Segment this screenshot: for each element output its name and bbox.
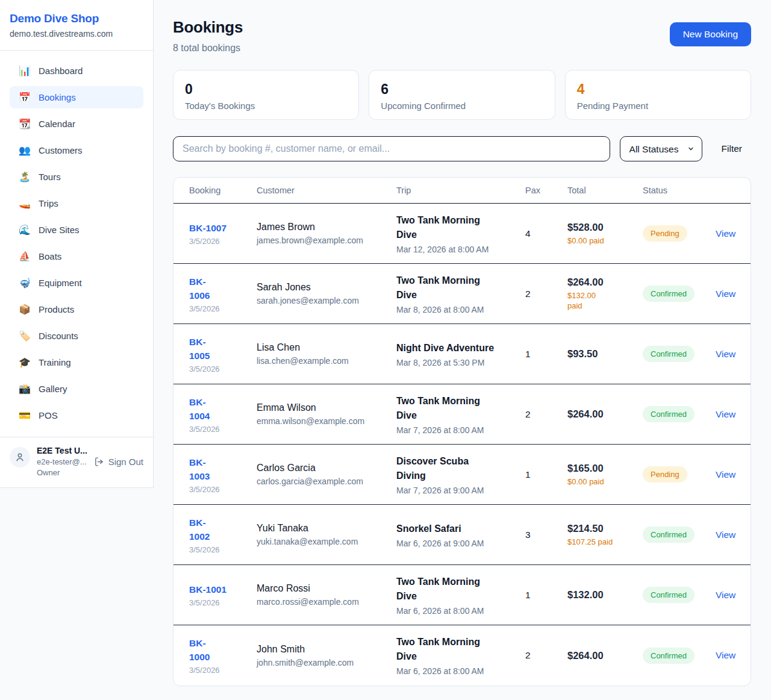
sidebar-item-dashboard[interactable]: 📊Dashboard bbox=[10, 60, 143, 82]
trip-cell: Night Dive AdventureMar 8, 2026 at 5:30 … bbox=[396, 341, 525, 367]
sidebar-item-tours[interactable]: 🏝️Tours bbox=[10, 166, 143, 188]
view-link[interactable]: View bbox=[716, 228, 735, 239]
stat-label: Pending Payment bbox=[577, 101, 739, 111]
column-header-customer: Customer bbox=[257, 186, 396, 195]
view-link[interactable]: View bbox=[716, 530, 735, 540]
table-body: BK-10073/5/2026James Brownjames.brown@ex… bbox=[173, 204, 751, 686]
booking-id-link[interactable]: BK- 1000 bbox=[189, 636, 257, 664]
view-link[interactable]: View bbox=[716, 349, 735, 360]
table-row: BK- 10003/5/2026John Smithjohn.smith@exa… bbox=[173, 625, 751, 686]
view-link[interactable]: View bbox=[716, 289, 735, 299]
sidebar-item-products[interactable]: 📦Products bbox=[10, 298, 143, 320]
trip-name: Two Tank Morning Dive bbox=[396, 213, 525, 242]
sidebar-item-label: Boats bbox=[39, 250, 61, 263]
trip-name: Night Dive Adventure bbox=[396, 341, 525, 355]
new-booking-button[interactable]: New Booking bbox=[670, 22, 751, 46]
sidebar-item-dive-sites[interactable]: 🌊Dive Sites bbox=[10, 219, 143, 241]
total-amount: $93.50 bbox=[567, 348, 643, 360]
total-amount: $528.00 bbox=[567, 222, 643, 233]
customer-cell: Sarah Jonessarah.jones@example.com bbox=[257, 282, 396, 305]
customer-email: john.smith@example.com bbox=[257, 658, 396, 667]
trip-name: Two Tank Morning Dive bbox=[396, 635, 525, 664]
status-filter-wrap: All Statuses bbox=[620, 136, 702, 161]
bar-chart-icon: 📊 bbox=[19, 64, 31, 77]
column-header-booking: Booking bbox=[189, 186, 257, 195]
camera-flash-icon: 📸 bbox=[19, 383, 31, 395]
filter-button[interactable]: Filter bbox=[713, 139, 751, 159]
status-cell: Confirmed bbox=[643, 286, 716, 302]
sidebar-item-pos[interactable]: 💳POS bbox=[10, 404, 143, 427]
sidebar-user-section: E2E Test U... e2e-tester@... Owner Sign … bbox=[0, 437, 153, 487]
status-badge: Confirmed bbox=[643, 587, 695, 603]
customer-name: Lisa Chen bbox=[257, 342, 396, 353]
sidebar-item-boats[interactable]: ⛵Boats bbox=[10, 245, 143, 267]
booking-cell: BK-10013/5/2026 bbox=[189, 583, 257, 607]
sign-out-button[interactable]: Sign Out bbox=[94, 457, 143, 467]
trip-name: Two Tank Morning Dive bbox=[396, 394, 525, 423]
trip-datetime: Mar 6, 2026 at 8:00 AM bbox=[396, 666, 525, 676]
search-input[interactable] bbox=[173, 136, 610, 161]
view-link[interactable]: View bbox=[716, 650, 735, 661]
tear-off-calendar-icon: 📆 bbox=[19, 117, 31, 130]
customer-email: carlos.garcia@example.com bbox=[257, 477, 396, 486]
customer-name: Emma Wilson bbox=[257, 402, 396, 413]
sidebar-item-calendar[interactable]: 📆Calendar bbox=[10, 113, 143, 135]
sidebar-item-gallery[interactable]: 📸Gallery bbox=[10, 378, 143, 400]
status-filter-select[interactable]: All Statuses bbox=[620, 136, 702, 161]
trip-datetime: Mar 8, 2026 at 5:30 PM bbox=[396, 358, 525, 367]
trip-datetime: Mar 8, 2026 at 8:00 AM bbox=[396, 305, 525, 314]
stat-value: 4 bbox=[577, 81, 739, 98]
trip-datetime: Mar 7, 2026 at 8:00 AM bbox=[396, 425, 525, 435]
stat-value: 0 bbox=[185, 81, 347, 98]
paid-amount: $107.25 paid bbox=[567, 537, 643, 547]
stat-card-pending-payment: 4 Pending Payment bbox=[565, 70, 751, 120]
sidebar-item-customers[interactable]: 👥Customers bbox=[10, 139, 143, 161]
island-icon: 🏝️ bbox=[19, 170, 31, 183]
sidebar-item-equipment[interactable]: 🤿Equipment bbox=[10, 272, 143, 294]
pax-count: 2 bbox=[525, 409, 567, 420]
booking-id-link[interactable]: BK-1001 bbox=[189, 583, 257, 596]
booking-id-link[interactable]: BK- 1003 bbox=[189, 455, 257, 483]
trip-cell: Discover Scuba DivingMar 7, 2026 at 9:00… bbox=[396, 454, 525, 495]
shop-name: Demo Dive Shop bbox=[10, 12, 143, 25]
view-link[interactable]: View bbox=[716, 590, 735, 601]
booking-cell: BK-10073/5/2026 bbox=[189, 221, 257, 246]
page-header: Bookings 8 total bookings New Booking bbox=[173, 18, 751, 54]
page: Demo Dive Shop demo.test.divestreams.com… bbox=[0, 0, 771, 700]
status-badge: Confirmed bbox=[643, 286, 695, 302]
sidebar-item-bookings[interactable]: 📅Bookings bbox=[10, 86, 143, 108]
status-badge: Confirmed bbox=[643, 406, 695, 422]
total-amount: $264.00 bbox=[567, 277, 643, 288]
sailboat-icon: ⛵ bbox=[19, 250, 31, 263]
booking-id-link[interactable]: BK- 1004 bbox=[189, 395, 257, 423]
total-cell: $214.50$107.25 paid bbox=[567, 523, 643, 547]
credit-card-icon: 💳 bbox=[19, 409, 31, 422]
person-icon bbox=[14, 452, 25, 463]
status-cell: Confirmed bbox=[643, 527, 716, 543]
total-amount: $264.00 bbox=[567, 650, 643, 661]
user-name: E2E Test U... bbox=[37, 445, 87, 457]
total-amount: $214.50 bbox=[567, 523, 643, 534]
view-link[interactable]: View bbox=[716, 409, 735, 420]
booking-id-link[interactable]: BK- 1006 bbox=[189, 275, 257, 302]
customer-name: Yuki Tanaka bbox=[257, 523, 396, 534]
booking-cell: BK- 10063/5/2026 bbox=[189, 275, 257, 313]
customer-email: emma.wilson@example.com bbox=[257, 416, 396, 426]
booking-id-link[interactable]: BK- 1002 bbox=[189, 516, 257, 543]
paid-amount: $0.00 paid bbox=[567, 477, 643, 487]
status-badge: Confirmed bbox=[643, 346, 695, 362]
booking-id-link[interactable]: BK- 1005 bbox=[189, 335, 257, 363]
view-link[interactable]: View bbox=[716, 469, 735, 480]
sidebar-nav: 📊Dashboard📅Bookings📆Calendar👥Customers🏝️… bbox=[0, 51, 153, 437]
trip-cell: Two Tank Morning DiveMar 7, 2026 at 8:00… bbox=[396, 394, 525, 435]
total-amount: $165.00 bbox=[567, 463, 643, 474]
sidebar-item-training[interactable]: 🎓Training bbox=[10, 351, 143, 373]
user-role: Owner bbox=[37, 467, 87, 478]
booking-cell: BK- 10053/5/2026 bbox=[189, 335, 257, 373]
sidebar-item-trips[interactable]: 🚤Trips bbox=[10, 192, 143, 214]
column-header-trip: Trip bbox=[396, 186, 525, 195]
sidebar-item-discounts[interactable]: 🏷️Discounts bbox=[10, 325, 143, 347]
booking-id-link[interactable]: BK-1007 bbox=[189, 221, 257, 235]
stat-card-todays-bookings: 0 Today's Bookings bbox=[173, 70, 359, 120]
sidebar-item-label: Products bbox=[39, 303, 74, 316]
